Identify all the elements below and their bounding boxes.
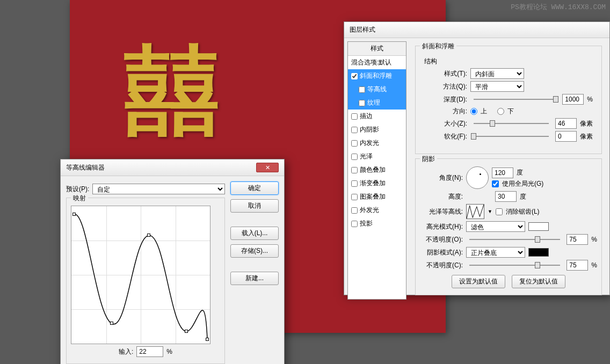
contour-editor-title: 等高线编辑器 [66, 163, 105, 172]
depth-slider[interactable] [474, 99, 556, 100]
angle-dial[interactable] [466, 166, 489, 189]
contour-editor-titlebar[interactable]: 等高线编辑器 ✕ [61, 159, 284, 176]
bevel-emboss-item[interactable]: 斜面和浮雕 [348, 69, 406, 83]
blending-options-item[interactable]: 混合选项:默认 [348, 56, 406, 69]
direction-up-radio[interactable] [470, 108, 477, 115]
bevel-panel: 斜面和浮雕 结构 样式(T):内斜面 方法(Q):平滑 深度(D):% 方向:上… [415, 46, 602, 154]
highlight-mode-select[interactable]: 滤色 [466, 221, 525, 232]
cancel-button[interactable]: 取消 [230, 199, 279, 213]
direction-down-radio[interactable] [497, 108, 504, 115]
ok-button[interactable]: 确定 [230, 181, 279, 195]
hl-opacity-slider[interactable] [469, 239, 560, 240]
gloss-contour-thumb[interactable] [466, 204, 484, 219]
sh-opacity-input[interactable] [567, 260, 588, 271]
size-slider[interactable] [474, 123, 549, 124]
save-button[interactable]: 存储(S)... [230, 244, 279, 258]
bevel-legend: 斜面和浮雕 [420, 42, 456, 51]
mapping-legend: 映射 [71, 194, 88, 203]
style-list-header: 样式 [348, 42, 406, 56]
gradient-overlay-item[interactable]: 渐变叠加 [348, 177, 406, 190]
sh-opacity-slider[interactable] [469, 265, 560, 266]
load-button[interactable]: 载入(L)... [230, 227, 279, 240]
contour-item[interactable]: 等高线 [348, 83, 406, 96]
shading-panel: 阴影 角度(N): 度 使用全局光(G) 高度:度 光泽等高线: ▼ 消除锯齿(… [415, 158, 602, 295]
bevel-checkbox[interactable] [351, 73, 358, 79]
inner-glow-item[interactable]: 内发光 [348, 136, 406, 150]
layer-style-titlebar[interactable]: 图层样式 [344, 22, 609, 38]
shadow-color-swatch[interactable] [528, 248, 549, 257]
color-overlay-item[interactable]: 颜色叠加 [348, 163, 406, 177]
make-default-button[interactable]: 设置为默认值 [452, 275, 505, 288]
outer-glow-item[interactable]: 外发光 [348, 203, 406, 217]
global-light-checkbox[interactable] [492, 180, 499, 187]
soften-slider[interactable] [474, 136, 549, 137]
shading-legend: 阴影 [420, 155, 437, 164]
watermark-text: PS教程论坛 WWW.16XX8.COM [511, 2, 606, 12]
contour-editor-dialog: 等高线编辑器 ✕ 预设(P): 自定 映射 [60, 159, 285, 364]
layer-style-dialog: 图层样式 样式 混合选项:默认 斜面和浮雕 等高线 纹理 描边 内阴影 内发光 … [344, 21, 610, 295]
contour-graph[interactable] [71, 206, 210, 344]
reset-default-button[interactable]: 复位为默认值 [512, 275, 565, 288]
close-icon[interactable]: ✕ [256, 163, 279, 172]
size-input[interactable] [555, 118, 577, 129]
soften-input[interactable] [555, 131, 577, 142]
gold-double-happiness-text: 囍 [124, 27, 209, 157]
new-button[interactable]: 新建... [230, 272, 279, 285]
technique-select[interactable]: 平滑 [470, 81, 524, 92]
antialias-checkbox[interactable] [496, 208, 503, 215]
layer-style-title: 图层样式 [350, 25, 375, 34]
contour-checkbox[interactable] [359, 86, 365, 93]
drop-shadow-item[interactable]: 投影 [348, 217, 406, 230]
contour-input-value[interactable] [136, 346, 163, 357]
highlight-color-swatch[interactable] [528, 222, 549, 231]
hl-opacity-input[interactable] [567, 234, 588, 245]
preset-select[interactable]: 自定 [92, 184, 225, 194]
texture-checkbox[interactable] [359, 100, 365, 106]
style-select[interactable]: 内斜面 [470, 68, 524, 79]
inner-shadow-item[interactable]: 内阴影 [348, 123, 406, 136]
structure-label: 结构 [424, 57, 593, 66]
depth-input[interactable] [562, 94, 584, 105]
altitude-input[interactable] [495, 191, 517, 202]
stroke-item[interactable]: 描边 [348, 110, 406, 123]
shadow-mode-select[interactable]: 正片叠底 [466, 247, 525, 258]
texture-item[interactable]: 纹理 [348, 96, 406, 110]
style-list: 样式 混合选项:默认 斜面和浮雕 等高线 纹理 描边 内阴影 内发光 光泽 颜色… [347, 41, 406, 300]
pattern-overlay-item[interactable]: 图案叠加 [348, 190, 406, 203]
satin-item[interactable]: 光泽 [348, 150, 406, 163]
angle-input[interactable] [492, 168, 513, 178]
